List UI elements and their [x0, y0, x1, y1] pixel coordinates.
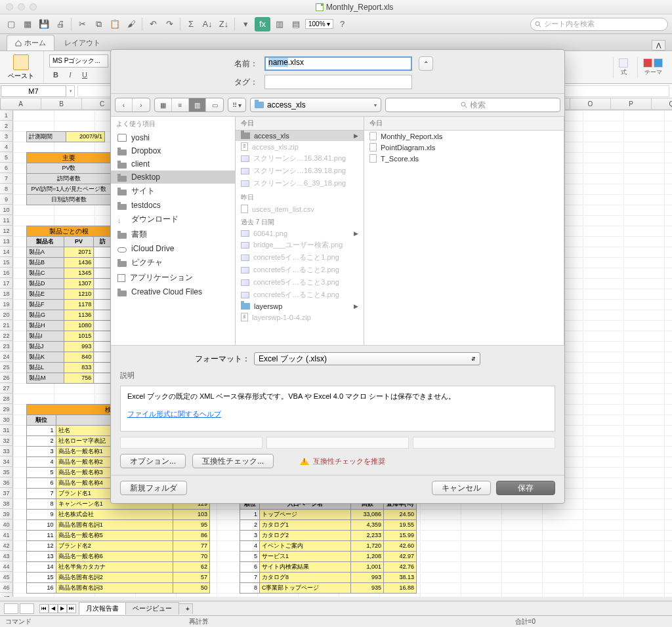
row-head[interactable]: 28: [0, 394, 13, 404]
row-head[interactable]: 21: [0, 320, 13, 331]
sidebar-item[interactable]: サイト: [111, 184, 235, 199]
underline-button[interactable]: U: [78, 69, 91, 81]
sidebar-item[interactable]: ダウンロード: [111, 212, 235, 227]
paste-icon[interactable]: 📋: [108, 17, 122, 31]
row-head[interactable]: 11: [0, 215, 13, 226]
sidebar-item[interactable]: Creative Cloud Files: [111, 285, 235, 298]
file-item[interactable]: スクリーンシ…16.39.18.png: [236, 165, 364, 177]
sheet-tab-0[interactable]: 月次報告書: [79, 602, 126, 615]
sidebar-item[interactable]: Dropbox: [111, 144, 235, 157]
row-head[interactable]: 7: [0, 173, 13, 184]
collapse-dialog-button[interactable]: ⌃: [419, 56, 433, 71]
row-head[interactable]: 25: [0, 362, 13, 373]
row-head[interactable]: 36: [0, 477, 13, 488]
file-item[interactable]: スクリーンシ…16.38.41.png: [236, 152, 364, 165]
save-button[interactable]: 保存: [496, 481, 555, 495]
file-item[interactable]: access_xls▶: [236, 131, 364, 141]
file-item[interactable]: bridge___ユーザー検索.png: [236, 239, 364, 251]
window-traffic-lights[interactable]: [0, 3, 37, 10]
file-item[interactable]: concrete5イ…ること1.png: [236, 251, 364, 264]
cut-icon[interactable]: ✂: [75, 17, 89, 31]
sidebar-item[interactable]: ピクチャ: [111, 255, 235, 270]
sheet-tab-1[interactable]: ページビュー: [125, 602, 179, 615]
file-item[interactable]: concrete5イ…ること4.png: [236, 289, 364, 301]
row-head[interactable]: 42: [0, 540, 13, 551]
ribbon-collapse-icon[interactable]: ⋀: [652, 40, 665, 51]
row-head[interactable]: 24: [0, 352, 13, 362]
file-item[interactable]: usces_item_list.csv: [236, 203, 364, 214]
browser-search-input[interactable]: 検索: [385, 98, 560, 112]
new-file-icon[interactable]: ▢: [4, 17, 18, 31]
file-item[interactable]: layerswp-1-0-4.zip: [236, 312, 364, 323]
row-head[interactable]: 9: [0, 194, 13, 205]
save-icon[interactable]: 💾: [37, 17, 51, 31]
view-page-icon[interactable]: [20, 603, 34, 614]
row-head[interactable]: 15: [0, 257, 13, 268]
sheet-search-input[interactable]: シート内を検索: [530, 18, 668, 31]
row-head[interactable]: 30: [0, 415, 13, 425]
file-item[interactable]: PointDiagram.xls: [364, 142, 564, 153]
row-head[interactable]: 29: [0, 404, 13, 415]
open-icon[interactable]: ▦: [20, 17, 35, 31]
row-head[interactable]: 18: [0, 289, 13, 299]
file-item[interactable]: 60641.png▶: [236, 228, 364, 239]
column-head[interactable]: O: [570, 98, 611, 110]
sidebar-item[interactable]: Desktop: [111, 171, 235, 184]
file-item[interactable]: Monthly_Report.xls: [364, 131, 564, 142]
view-mode-segmented[interactable]: ▦≡▥▭: [154, 98, 224, 112]
filter-icon[interactable]: ▾: [238, 17, 253, 31]
chart-icon[interactable]: ▥: [272, 17, 287, 31]
nav-back-forward[interactable]: ‹›: [115, 98, 150, 112]
undo-icon[interactable]: ↶: [146, 17, 160, 31]
column-head[interactable]: A: [1, 98, 41, 110]
tab-layout[interactable]: レイアウト: [56, 35, 109, 51]
row-head[interactable]: 2: [0, 121, 13, 131]
row-head[interactable]: 41: [0, 530, 13, 540]
file-item[interactable]: layerswp▶: [236, 301, 364, 312]
paste-button[interactable]: ペースト: [4, 53, 38, 82]
row-head[interactable]: 45: [0, 572, 13, 582]
row-head[interactable]: 4: [0, 142, 13, 152]
ref-dropdown-icon[interactable]: ▾: [67, 85, 75, 97]
file-item[interactable]: T_Score.xls: [364, 153, 564, 164]
arrange-segmented[interactable]: ⠿ ▾: [228, 98, 246, 112]
sort-desc-icon[interactable]: Z↓: [217, 17, 231, 31]
row-head[interactable]: 47: [0, 593, 13, 597]
row-head[interactable]: 37: [0, 488, 13, 498]
sidebar-item[interactable]: 書類: [111, 227, 235, 242]
path-popup[interactable]: access_xls▾: [250, 98, 381, 112]
bold-button[interactable]: B: [49, 69, 62, 81]
italic-button[interactable]: I: [64, 69, 77, 81]
tab-home[interactable]: ホーム: [7, 35, 54, 51]
sidebar-item[interactable]: client: [111, 157, 235, 171]
format-select[interactable]: Excel ブック (.xlsx)⇵: [254, 352, 480, 365]
row-head[interactable]: 6: [0, 163, 13, 173]
new-folder-button[interactable]: 新規フォルダ: [120, 481, 187, 495]
row-head[interactable]: 44: [0, 561, 13, 572]
sidebar-item[interactable]: iCloud Drive: [111, 242, 235, 255]
options-button[interactable]: オプション...: [120, 454, 186, 468]
sidebar-item[interactable]: testdocs: [111, 199, 235, 212]
file-item[interactable]: concrete5イ…ること2.png: [236, 264, 364, 276]
zoom-selector[interactable]: 100%▾: [305, 19, 333, 29]
view-normal-icon[interactable]: [4, 603, 18, 614]
row-head[interactable]: 19: [0, 299, 13, 310]
filename-input[interactable]: name.xlsx: [264, 56, 412, 71]
sort-asc-icon[interactable]: A↓: [200, 17, 215, 31]
cell-reference-box[interactable]: M7: [1, 85, 66, 97]
tag-input[interactable]: [264, 75, 412, 89]
row-head[interactable]: 31: [0, 425, 13, 435]
row-head[interactable]: 13: [0, 236, 13, 247]
compat-check-button[interactable]: 互換性チェック...: [192, 454, 274, 468]
file-item[interactable]: スクリーンシ…6_39_18.png: [236, 177, 364, 190]
row-head[interactable]: 1: [0, 110, 13, 121]
file-item[interactable]: access_xls.zip: [236, 141, 364, 152]
row-head[interactable]: 23: [0, 341, 13, 352]
help-icon[interactable]: ?: [335, 17, 350, 31]
row-head[interactable]: 20: [0, 310, 13, 320]
row-head[interactable]: 5: [0, 152, 13, 163]
row-head[interactable]: 43: [0, 551, 13, 561]
row-head[interactable]: 8: [0, 184, 13, 194]
sheet-nav-arrows[interactable]: ⏮◀▶⏭: [39, 604, 76, 613]
row-head[interactable]: 26: [0, 373, 13, 383]
